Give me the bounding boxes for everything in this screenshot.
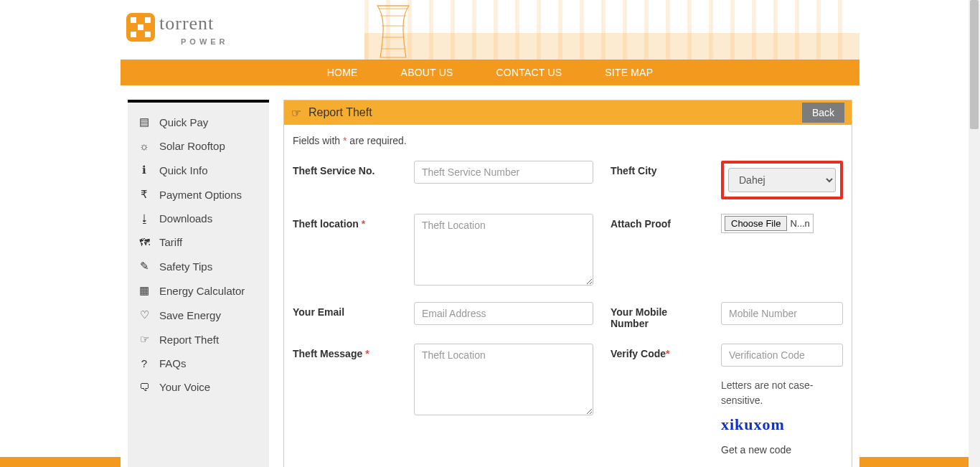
download-icon: ⭳ bbox=[138, 212, 151, 225]
sidebar-item-quick-info[interactable]: ℹQuick Info bbox=[128, 158, 269, 182]
sidebar-item-your-voice[interactable]: 🗨Your Voice bbox=[128, 375, 269, 399]
viewport: torrent POWER HOME ABOUT US CONTACT US S… bbox=[0, 0, 980, 467]
nav-sitemap[interactable]: SITE MAP bbox=[605, 67, 653, 78]
header: torrent POWER bbox=[121, 0, 859, 60]
rupee-icon: ₹ bbox=[138, 188, 151, 201]
bulb-icon: ♡ bbox=[138, 308, 151, 321]
page-container: torrent POWER HOME ABOUT US CONTACT US S… bbox=[121, 0, 859, 467]
wand-icon: ✎ bbox=[138, 260, 151, 273]
required-fields-note: Fields with * are required. bbox=[293, 135, 843, 146]
label-attach-proof: Attach Proof bbox=[611, 214, 704, 230]
note-text: are required. bbox=[347, 135, 406, 146]
sidebar-item-label: Tariff bbox=[159, 236, 182, 248]
label-verify-code: Verify Code* bbox=[611, 344, 704, 359]
brand-logo[interactable]: torrent POWER bbox=[126, 13, 229, 46]
sidebar-item-label: Quick Info bbox=[159, 164, 208, 176]
skyline-decoration bbox=[364, 0, 859, 60]
logo-mark-icon bbox=[126, 13, 155, 42]
label-theft-message: Theft Message * bbox=[293, 344, 397, 359]
sidebar-item-quick-pay[interactable]: ▤Quick Pay bbox=[128, 110, 269, 134]
sidebar-item-solar-rooftop[interactable]: ☼Solar Rooftop bbox=[128, 134, 269, 158]
panel-header: ☞ Report Theft Back bbox=[284, 100, 852, 125]
sidebar-item-report-theft[interactable]: ☞Report Theft bbox=[128, 327, 269, 352]
back-button[interactable]: Back bbox=[802, 103, 844, 123]
label-text: Theft location bbox=[293, 218, 362, 230]
file-input-row: Choose File N...n bbox=[721, 214, 814, 233]
sidebar-item-label: Energy Calculator bbox=[159, 285, 245, 297]
hand-icon: ☞ bbox=[138, 333, 151, 346]
asterisk-icon: * bbox=[365, 348, 369, 359]
theft-city-highlight: Dahej bbox=[721, 161, 843, 199]
primary-nav: HOME ABOUT US CONTACT US SITE MAP bbox=[121, 60, 859, 85]
label-text: Verify Code bbox=[611, 348, 666, 359]
captcha-image: xikuxom bbox=[721, 415, 843, 434]
theft-location-textarea[interactable] bbox=[414, 214, 593, 286]
nav-contact[interactable]: CONTACT US bbox=[496, 67, 562, 78]
captcha-note: Letters are not case-sensitive. bbox=[721, 378, 843, 408]
label-theft-location: Theft location * bbox=[293, 214, 397, 230]
theft-city-select[interactable]: Dahej bbox=[728, 168, 836, 192]
theft-service-input[interactable] bbox=[414, 161, 593, 184]
sidebar-item-label: FAQs bbox=[159, 357, 187, 369]
brand-subname: POWER bbox=[181, 37, 229, 46]
file-status-text: N...n bbox=[790, 218, 809, 229]
sidebar-item-label: Save Energy bbox=[159, 309, 221, 321]
info-icon: ℹ bbox=[138, 164, 151, 176]
sidebar-item-safety-tips[interactable]: ✎Safety Tips bbox=[128, 254, 269, 278]
sidebar-item-label: Report Theft bbox=[159, 334, 219, 346]
sidebar-item-label: Payment Options bbox=[159, 189, 242, 201]
scrollbar-thumb[interactable] bbox=[970, 0, 979, 129]
sidebar-item-faqs[interactable]: ?FAQs bbox=[128, 352, 269, 375]
hand-icon: ☞ bbox=[291, 106, 301, 120]
label-mobile: Your Mobile Number bbox=[611, 302, 704, 329]
verify-code-input[interactable] bbox=[721, 344, 843, 367]
grid-icon: ▦ bbox=[138, 284, 151, 297]
label-text: Theft Message bbox=[293, 348, 365, 359]
sidebar-item-label: Safety Tips bbox=[159, 260, 212, 273]
sidebar-item-downloads[interactable]: ⭳Downloads bbox=[128, 207, 269, 230]
sidebar: ▤Quick Pay ☼Solar Rooftop ℹQuick Info ₹P… bbox=[128, 100, 269, 467]
logo-text: torrent POWER bbox=[159, 13, 229, 46]
email-input[interactable] bbox=[414, 302, 593, 325]
sidebar-item-label: Downloads bbox=[159, 212, 212, 225]
sidebar-item-label: Your Voice bbox=[159, 381, 210, 393]
main-row: ▤Quick Pay ☼Solar Rooftop ℹQuick Info ₹P… bbox=[121, 85, 859, 467]
sidebar-item-tariff[interactable]: 🗺Tariff bbox=[128, 230, 269, 254]
chat-icon: 🗨 bbox=[138, 381, 151, 393]
sidebar-item-label: Quick Pay bbox=[159, 116, 208, 128]
label-theft-city: Theft City bbox=[611, 161, 704, 176]
vertical-scrollbar[interactable] bbox=[969, 0, 980, 467]
map-icon: 🗺 bbox=[138, 236, 151, 248]
form-grid: Theft Service No. Theft City Dahej Theft… bbox=[293, 161, 843, 456]
get-new-code-link[interactable]: Get a new code bbox=[721, 444, 843, 456]
sidebar-item-label: Solar Rooftop bbox=[159, 140, 225, 152]
card-icon: ▤ bbox=[138, 115, 151, 128]
asterisk-icon: * bbox=[666, 348, 669, 359]
theft-message-textarea[interactable] bbox=[414, 344, 593, 415]
asterisk-icon: * bbox=[362, 218, 365, 230]
sidebar-item-save-energy[interactable]: ♡Save Energy bbox=[128, 303, 269, 327]
panel-title: Report Theft bbox=[308, 106, 372, 119]
nav-home[interactable]: HOME bbox=[327, 67, 358, 78]
sidebar-item-energy-calculator[interactable]: ▦Energy Calculator bbox=[128, 278, 269, 303]
nav-about[interactable]: ABOUT US bbox=[401, 67, 453, 78]
mobile-input[interactable] bbox=[721, 302, 843, 325]
brand-name: torrent bbox=[159, 13, 229, 34]
note-text: Fields with bbox=[293, 135, 343, 146]
sun-icon: ☼ bbox=[138, 140, 151, 152]
form-body: Fields with * are required. Theft Servic… bbox=[284, 125, 852, 467]
label-service-no: Theft Service No. bbox=[293, 161, 397, 176]
label-email: Your Email bbox=[293, 302, 397, 318]
content-panel: ☞ Report Theft Back Fields with * are re… bbox=[283, 100, 852, 467]
verify-column: Letters are not case-sensitive. xikuxom … bbox=[721, 344, 843, 456]
question-icon: ? bbox=[138, 357, 151, 369]
choose-file-button[interactable]: Choose File bbox=[725, 216, 787, 231]
sidebar-item-payment-options[interactable]: ₹Payment Options bbox=[128, 182, 269, 207]
